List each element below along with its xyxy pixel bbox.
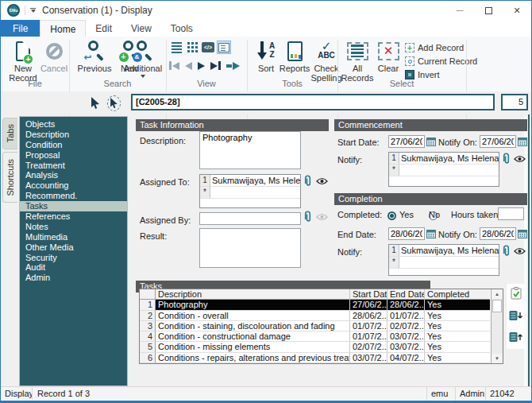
calendar-icon[interactable] <box>426 137 436 146</box>
eye-icon[interactable] <box>514 247 526 255</box>
description-textarea[interactable]: Photography <box>199 131 301 169</box>
notify-on-input[interactable] <box>480 135 516 148</box>
clear-selection-button[interactable]: Clear <box>374 38 403 73</box>
table-row[interactable]: 6 Conditions - repairs, alterations and … <box>140 353 503 363</box>
sidebar-item-description[interactable]: Description <box>20 130 127 140</box>
grid-row[interactable]: 1 Sukmawijaya, Ms Helena - Th <box>200 175 300 187</box>
calendar-icon[interactable] <box>518 229 527 238</box>
sidebar-item-tasks[interactable]: Tasks <box>20 201 127 211</box>
row-number: 1 <box>200 175 210 186</box>
minimize-button[interactable] <box>445 1 474 20</box>
completed-no-label[interactable]: No <box>429 210 440 219</box>
grid-insert-row-button[interactable] <box>509 310 522 324</box>
sidebar-item-treatment[interactable]: Treatment <box>20 161 127 171</box>
eye-icon[interactable] <box>514 155 526 163</box>
scrollbar-thumb[interactable] <box>492 300 502 312</box>
nav-next-button[interactable] <box>198 62 205 70</box>
view-list-button[interactable] <box>169 41 183 54</box>
attach-icon[interactable] <box>303 211 313 223</box>
tab-edit[interactable]: Edit <box>86 20 121 37</box>
tab-file[interactable]: File <box>1 20 40 37</box>
view-grid-button[interactable] <box>185 41 199 54</box>
record-id-box[interactable]: [C2005-28] <box>131 94 495 110</box>
table-row[interactable]: 4 Condition - constructional damage 01/0… <box>140 331 503 342</box>
view-form-button[interactable] <box>217 41 231 54</box>
start-date-input[interactable] <box>388 135 425 148</box>
attach-icon[interactable] <box>303 175 313 188</box>
grid-row[interactable]: 1 Sukmawijaya, Ms Helena - The N. <box>389 245 499 257</box>
completed-column-header[interactable]: Completed <box>425 289 490 300</box>
grid-row-new[interactable]: * <box>200 187 300 199</box>
assigned-to-grid[interactable]: 1 Sukmawijaya, Ms Helena - Th * <box>199 174 301 208</box>
completed-yes-label[interactable]: Yes <box>399 210 414 219</box>
completed-yes-radio[interactable] <box>387 211 396 220</box>
view-code-button[interactable] <box>201 41 215 54</box>
sidebar-item-objects[interactable]: Objects <box>20 119 127 130</box>
nav-last-button[interactable] <box>210 61 221 70</box>
sidebar-item-audit[interactable]: Audit <box>20 262 127 273</box>
search-additional-icon <box>133 41 154 62</box>
maximize-button[interactable] <box>474 1 503 20</box>
grid-remove-row-button[interactable] <box>509 331 522 346</box>
task-end-date: 04/07/2... <box>387 353 425 363</box>
attach-icon[interactable] <box>501 153 511 165</box>
new-record-button[interactable]: New Record <box>6 38 40 83</box>
lasso-pointer-icon[interactable] <box>107 95 121 111</box>
sidebar-item-proposal[interactable]: Proposal <box>20 150 127 161</box>
scroll-up-icon[interactable]: ▲ <box>492 289 503 299</box>
notify-grid[interactable]: 1 Sukmawijaya, Ms Helena - The N. * <box>388 244 499 276</box>
tab-tools[interactable]: Tools <box>161 20 202 37</box>
table-row[interactable]: 2 Condition - overall 28/06/2... 01/07/2… <box>140 311 503 321</box>
clipboard-check-button[interactable] <box>511 287 522 303</box>
grid-view-icon <box>187 42 198 52</box>
hours-taken-input[interactable] <box>498 207 524 220</box>
table-scrollbar[interactable]: ▲ ▼ <box>491 289 503 363</box>
sidebar-item-admin[interactable]: Admin <box>20 273 127 283</box>
result-textarea[interactable] <box>199 228 301 268</box>
sidebar-item-accounting[interactable]: Accounting <box>20 180 127 191</box>
tab-home[interactable]: Home <box>40 20 86 37</box>
sidebar-item-multimedia[interactable]: Multimedia <box>20 232 127 242</box>
table-row[interactable]: 1 Photography 27/06/2... 28/06/2... Yes <box>140 300 503 310</box>
all-records-button[interactable]: All Records <box>341 38 374 83</box>
end-date-input[interactable] <box>388 227 425 240</box>
attach-icon[interactable] <box>501 245 511 258</box>
nav-first-button[interactable] <box>169 61 179 70</box>
sidebar-item-other-media[interactable]: Other Media <box>20 242 127 253</box>
grid-row-new[interactable]: * <box>389 257 499 269</box>
table-row[interactable]: 5 Condition - missing elements 02/07/2..… <box>140 342 503 352</box>
table-row[interactable]: 3 Condition - staining, discolouration a… <box>140 321 503 331</box>
add-record-button[interactable]: Add Record <box>405 43 464 52</box>
side-tab-tabs[interactable]: Tabs <box>2 118 17 149</box>
scroll-down-icon[interactable]: ▼ <box>492 354 503 363</box>
eye-icon[interactable] <box>316 177 328 185</box>
select-pointer-icon[interactable] <box>91 97 100 110</box>
sidebar-item-references[interactable]: References <box>20 211 127 222</box>
sidebar-item-security[interactable]: Security <box>20 253 127 263</box>
record-count-box[interactable]: 5 <box>501 94 528 110</box>
emu-logo-icon[interactable]: EMu <box>7 4 20 17</box>
calendar-icon[interactable] <box>426 229 436 238</box>
assigned-by-input[interactable] <box>199 212 301 225</box>
calendar-icon[interactable] <box>518 137 527 146</box>
grid-row-new[interactable]: * <box>389 165 499 176</box>
notify-grid[interactable]: 1 Sukmawijaya, Ms Helena - The N. * <box>388 152 499 187</box>
nav-previous-button[interactable] <box>185 62 192 70</box>
sidebar-item-condition[interactable]: Condition <box>20 140 127 150</box>
quick-access-dropdown-icon[interactable] <box>30 8 36 14</box>
tab-view[interactable]: View <box>121 20 161 37</box>
close-button[interactable] <box>503 1 531 20</box>
start-date-column-header[interactable]: Start Date <box>350 289 387 300</box>
nav-goto-button[interactable] <box>226 62 240 70</box>
description-column-header[interactable]: Description <box>156 289 350 300</box>
sidebar-item-notes[interactable]: Notes <box>20 222 127 232</box>
grid-row[interactable]: 1 Sukmawijaya, Ms Helena - The N. <box>389 153 499 165</box>
sidebar-item-recommend[interactable]: Recommend. <box>20 191 127 201</box>
check-spelling-button[interactable]: Check Spelling <box>307 38 345 83</box>
side-tab-shortcuts[interactable]: Shortcuts <box>2 152 17 203</box>
sidebar-item-analysis[interactable]: Analysis <box>20 170 127 180</box>
notify-on-input[interactable] <box>480 227 516 240</box>
sort-button[interactable]: Sort <box>252 38 280 73</box>
previous-search-button[interactable]: Previous <box>74 38 115 73</box>
end-date-column-header[interactable]: End Date <box>387 289 425 300</box>
